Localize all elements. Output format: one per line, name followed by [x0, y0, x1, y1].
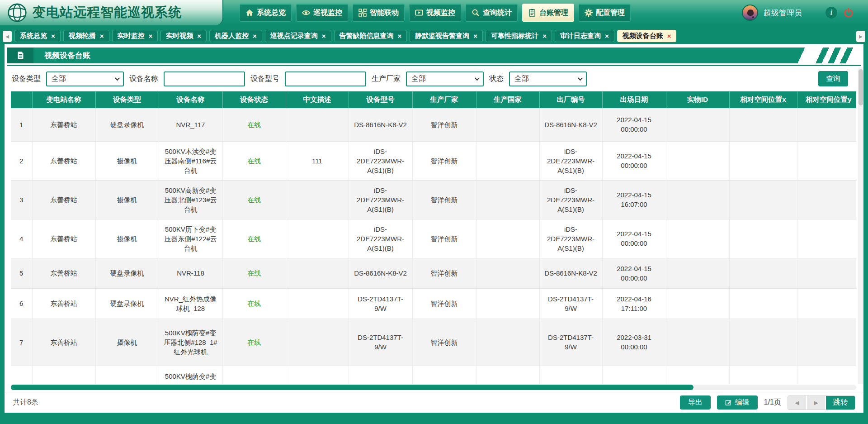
table-cell: 500KV木渎变#变压器南侧#116#云台机: [159, 141, 222, 180]
tab-视频轮播[interactable]: 视频轮播×: [63, 30, 109, 42]
horizontal-scrollbar-thumb[interactable]: [11, 385, 693, 390]
manufacturer-label: 生产厂家: [372, 74, 401, 84]
close-icon[interactable]: ×: [253, 33, 257, 39]
user-area: 超级管理员 i: [742, 5, 868, 21]
table-cell: 东善桥站: [32, 141, 95, 180]
table-cell: [286, 319, 349, 366]
table-cell: [797, 288, 856, 319]
tab-巡视点记录查询[interactable]: 巡视点记录查询×: [265, 30, 331, 42]
manufacturer-value: 全部: [411, 74, 426, 84]
tab-审计日志查询[interactable]: 审计日志查询×: [555, 30, 614, 42]
status-select[interactable]: 全部: [509, 71, 587, 86]
search-button[interactable]: 查询: [818, 71, 848, 86]
total-count: 共计8条: [13, 398, 38, 407]
tab-可靠性指标统计[interactable]: 可靠性指标统计×: [486, 30, 552, 42]
table-row[interactable]: 3东善桥站摄像机500KV高新变#变压器北侧#123#云台机在线iDS-2DE7…: [11, 180, 856, 219]
nav-button-智能联动[interactable]: 智能联动: [353, 4, 405, 22]
tab-label: 视频轮播: [69, 32, 96, 40]
close-icon[interactable]: ×: [473, 33, 477, 39]
tab-静默监视告警查询[interactable]: 静默监视告警查询×: [410, 30, 483, 42]
close-icon[interactable]: ×: [100, 33, 104, 39]
close-icon[interactable]: ×: [51, 33, 55, 39]
nav-button-配置管理[interactable]: 配置管理: [579, 4, 631, 22]
table-cell: [476, 258, 539, 288]
table-cell: 智洋创新: [412, 141, 476, 180]
jump-button[interactable]: 跳转: [826, 396, 855, 410]
nav-button-查询统计[interactable]: 查询统计: [466, 4, 518, 22]
table-row[interactable]: 2东善桥站摄像机500KV木渎变#变压器南侧#116#云台机在线111iDS-2…: [11, 141, 856, 180]
column-header: 中文描述: [286, 91, 349, 108]
tab-scroll-left-icon[interactable]: ◀: [3, 31, 12, 42]
column-header: 设备状态: [222, 91, 286, 108]
nav-button-视频监控[interactable]: 视频监控: [409, 4, 461, 22]
column-header: 生产国家: [476, 91, 539, 108]
table-cell: iDS-2DE7223MWR-A(S1)(B): [349, 180, 412, 219]
table-cell: [476, 108, 539, 141]
nav-label: 台账管理: [539, 8, 568, 18]
table-cell: [666, 288, 729, 319]
close-icon[interactable]: ×: [542, 33, 547, 39]
tab-机器人监控[interactable]: 机器人监控×: [209, 30, 262, 42]
power-logout-icon[interactable]: [843, 7, 854, 19]
device-name-input[interactable]: [164, 71, 245, 86]
table-cell: [666, 108, 729, 141]
export-button[interactable]: 导出: [680, 395, 711, 410]
table-cell: [729, 180, 797, 219]
prev-page-icon[interactable]: ◀: [788, 396, 807, 410]
info-icon[interactable]: i: [826, 7, 837, 19]
tab-label: 可靠性指标统计: [491, 32, 538, 40]
document-icon: [7, 48, 33, 63]
tab-系统总览[interactable]: 系统总览×: [14, 30, 61, 42]
close-icon[interactable]: ×: [605, 33, 609, 39]
manufacturer-select[interactable]: 全部: [406, 71, 484, 86]
tab-实时监控[interactable]: 实时监控×: [112, 30, 158, 42]
close-icon[interactable]: ×: [197, 33, 201, 39]
tab-scroll-right-icon[interactable]: ▶: [856, 31, 865, 42]
table-cell: [286, 219, 349, 258]
nav-label: 配置管理: [596, 8, 625, 18]
edit-button[interactable]: 编辑: [717, 395, 758, 410]
close-icon[interactable]: ×: [667, 33, 671, 39]
table-cell: DS-2TD4137T-9/W: [349, 288, 412, 319]
column-header: 设备名称: [159, 91, 222, 108]
table-row[interactable]: 4东善桥站摄像机500KV历下变#变压器东侧#122#云台机在线iDS-2DE7…: [11, 219, 856, 258]
tab-label: 静默监视告警查询: [415, 32, 469, 40]
table-cell: [286, 288, 349, 319]
vertical-scrollbar-thumb[interactable]: [859, 69, 863, 105]
filter-bar: 设备类型 全部 设备名称 设备型号 生产厂家 全部 状态 全部 查询: [5, 66, 863, 91]
device-type-select[interactable]: 全部: [46, 71, 124, 86]
close-icon[interactable]: ×: [149, 33, 153, 39]
table-cell: 500KV高新变#变压器北侧#123#云台机: [159, 180, 222, 219]
table-row[interactable]: 500KV槐荫变#变: [11, 366, 856, 384]
table-cell: DS-2TD4137T-9/W: [349, 319, 412, 366]
table-row[interactable]: 6东善桥站硬盘录像机NVR_红外热成像球机_128在线DS-2TD4137T-9…: [11, 288, 856, 319]
app-title: 变电站远程智能巡视系统: [33, 4, 182, 22]
table-row[interactable]: 5东善桥站硬盘录像机NVR-118在线DS-8616N-K8-V2智洋创新DS-…: [11, 258, 856, 288]
nav-button-系统总览[interactable]: 系统总览: [240, 4, 292, 22]
nav-button-台账管理[interactable]: 台账管理: [522, 4, 574, 22]
nav-button-巡视监控[interactable]: 巡视监控: [296, 4, 348, 22]
user-avatar[interactable]: [742, 5, 758, 21]
close-icon[interactable]: ×: [398, 33, 402, 39]
table-cell: [797, 180, 856, 219]
tab-label: 巡视点记录查询: [270, 32, 318, 40]
table-row[interactable]: 7东善桥站摄像机500KV槐荫变#变压器北侧#128_1#红外光球机在线DS-2…: [11, 319, 856, 366]
close-icon[interactable]: ×: [322, 33, 326, 39]
table-cell: iDS-2DE7223MWR-A(S1)(B): [539, 180, 602, 219]
table-cell: iDS-2DE7223MWR-A(S1)(B): [349, 141, 412, 180]
page-titlebar-row: 视频设备台账: [7, 48, 861, 66]
tab-实时视频[interactable]: 实时视频×: [160, 30, 207, 42]
page-title: 视频设备台账: [44, 50, 90, 61]
table-row[interactable]: 1东善桥站硬盘录像机NVR_117在线DS-8616N-K8-V2智洋创新DS-…: [11, 108, 856, 141]
device-model-input[interactable]: [285, 71, 366, 86]
table-cell: [666, 180, 729, 219]
tab-视频设备台账[interactable]: 视频设备台账×: [617, 30, 677, 42]
tab-告警缺陷信息查询[interactable]: 告警缺陷信息查询×: [334, 30, 407, 42]
table-cell: 6: [11, 288, 32, 319]
table-cell: DS-8616N-K8-V2: [349, 108, 412, 141]
table-cell: [602, 366, 666, 384]
table-cell: 东善桥站: [32, 319, 95, 366]
next-page-icon[interactable]: ▶: [807, 396, 826, 410]
table-cell: 东善桥站: [32, 108, 95, 141]
tab-label: 系统总览: [20, 32, 47, 40]
